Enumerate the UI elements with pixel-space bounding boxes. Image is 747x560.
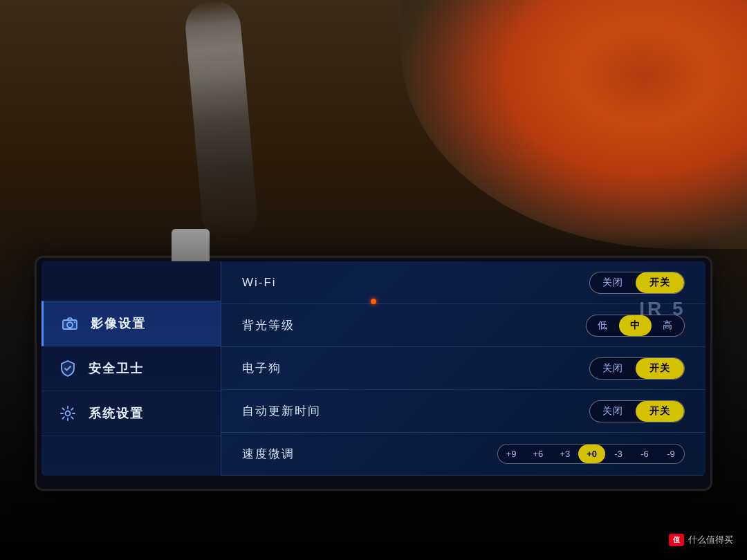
sidebar-item-safety-guard[interactable]: 安全卫士 bbox=[42, 346, 221, 391]
watermark-text: 什么值得买 bbox=[688, 534, 733, 546]
speed-minus9[interactable]: -9 bbox=[658, 445, 684, 463]
svg-point-2 bbox=[74, 321, 75, 323]
radar-toggle-group: 关闭 开关 bbox=[589, 357, 685, 380]
radar-off-button[interactable]: 关闭 bbox=[590, 358, 636, 379]
sidebar-item-image-settings[interactable]: 影像设置 bbox=[42, 301, 221, 346]
radar-label: 电子狗 bbox=[242, 360, 339, 376]
auto-update-controls: 关闭 开关 bbox=[589, 400, 685, 422]
speed-zero[interactable]: +0 bbox=[578, 445, 605, 463]
wifi-toggle-group: 关闭 开关 bbox=[589, 272, 685, 294]
speed-minus6[interactable]: -6 bbox=[631, 445, 658, 463]
radar-on-button[interactable]: 开关 bbox=[636, 358, 684, 379]
usb-connector bbox=[172, 229, 210, 262]
sidebar: 影像设置 安全卫士 系统设置 bbox=[42, 261, 221, 476]
image-settings-label: 影像设置 bbox=[91, 315, 146, 332]
gear-icon bbox=[58, 404, 77, 423]
auto-update-toggle-group: 关闭 开关 bbox=[589, 400, 685, 422]
speed-group: +9 +6 +3 +0 -3 -6 -9 bbox=[497, 444, 685, 464]
speed-adjust-label: 速度微调 bbox=[242, 446, 339, 462]
radar-controls: 关闭 开关 bbox=[589, 357, 685, 380]
wifi-on-button[interactable]: 开关 bbox=[636, 272, 684, 293]
svg-point-3 bbox=[66, 411, 71, 416]
safety-guard-label: 安全卫士 bbox=[89, 360, 144, 377]
ir-text: IR 5 bbox=[639, 298, 685, 320]
auto-update-label: 自动更新时间 bbox=[242, 403, 339, 419]
speed-plus9[interactable]: +9 bbox=[498, 445, 525, 463]
auto-update-on-button[interactable]: 开关 bbox=[636, 401, 684, 422]
speed-plus6[interactable]: +6 bbox=[525, 445, 552, 463]
ir-badge: IR 5 bbox=[578, 291, 747, 327]
shield-icon bbox=[58, 359, 77, 378]
watermark-logo: 值 bbox=[669, 534, 684, 546]
speed-adjust-row: 速度微调 +9 +6 +3 +0 -3 -6 -9 bbox=[221, 433, 706, 476]
wifi-off-button[interactable]: 关闭 bbox=[590, 272, 636, 293]
speed-minus3[interactable]: -3 bbox=[605, 445, 631, 463]
sidebar-item-system-settings[interactable]: 系统设置 bbox=[42, 391, 221, 436]
wifi-controls: 关闭 开关 bbox=[589, 272, 685, 294]
backlight-label: 背光等级 bbox=[242, 317, 339, 333]
indicator-light bbox=[371, 299, 376, 304]
watermark: 值 什么值得买 bbox=[669, 534, 733, 546]
auto-update-off-button[interactable]: 关闭 bbox=[590, 401, 636, 422]
system-settings-label: 系统设置 bbox=[89, 405, 144, 422]
radar-row: 电子狗 关闭 开关 bbox=[221, 347, 706, 390]
wifi-label: Wi-Fi bbox=[242, 276, 339, 290]
speed-controls: +9 +6 +3 +0 -3 -6 -9 bbox=[497, 444, 685, 464]
auto-update-row: 自动更新时间 关闭 开关 bbox=[221, 390, 706, 433]
camera-icon bbox=[60, 314, 80, 333]
speed-plus3[interactable]: +3 bbox=[551, 445, 578, 463]
